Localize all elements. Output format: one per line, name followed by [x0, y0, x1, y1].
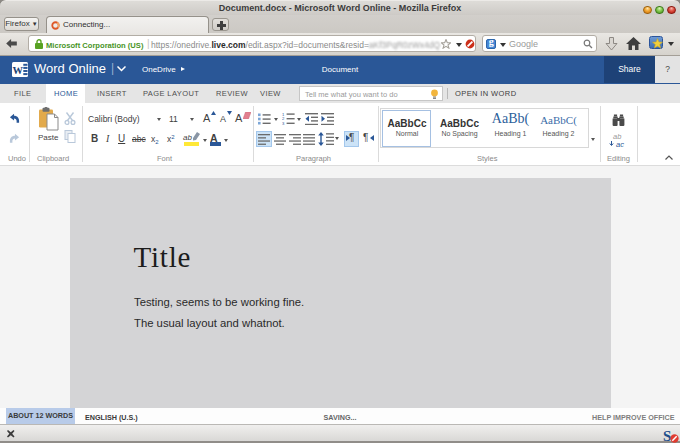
svg-text:3: 3: [282, 121, 285, 125]
